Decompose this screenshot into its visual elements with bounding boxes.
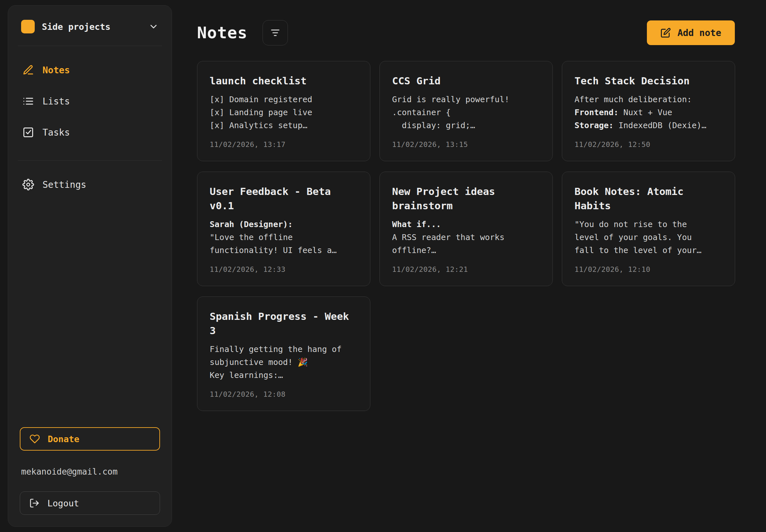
- add-note-label: Add note: [677, 28, 721, 38]
- sidebar-settings-section: Settings: [20, 161, 160, 200]
- note-date: 11/02/2026, 13:15: [392, 132, 540, 149]
- note-title: launch checklist: [210, 74, 358, 88]
- main-header: Notes Add note: [197, 20, 735, 45]
- checkbox-icon: [22, 127, 34, 138]
- pencil-icon: [22, 64, 34, 76]
- sidebar: Side projects Notes Lists Tasks: [8, 5, 172, 527]
- add-note-button[interactable]: Add note: [647, 20, 735, 45]
- note-body: Sarah (Designer):"Love the offlinefuncti…: [210, 218, 358, 257]
- donate-label: Donate: [48, 434, 79, 444]
- note-card[interactable]: launch checklist [x] Domain registered[x…: [197, 61, 370, 161]
- sidebar-item-label: Lists: [43, 96, 70, 107]
- note-body: After much deliberation:Frontend: Nuxt +…: [575, 93, 723, 132]
- logout-icon: [29, 498, 40, 508]
- note-card[interactable]: New Project ideas brainstorm What if...A…: [379, 172, 553, 286]
- sidebar-item-label: Settings: [43, 179, 86, 190]
- sidebar-item-notes[interactable]: Notes: [20, 54, 160, 86]
- note-card[interactable]: Book Notes: Atomic Habits "You do not ri…: [562, 172, 735, 286]
- note-title: Spanish Progress - Week 3: [210, 309, 358, 338]
- note-date: 11/02/2026, 12:08: [210, 382, 358, 398]
- note-card[interactable]: User Feedback - Beta v0.1 Sarah (Designe…: [197, 172, 370, 286]
- note-title: CCS Grid: [392, 74, 540, 88]
- note-date: 11/02/2026, 12:21: [392, 257, 540, 273]
- workspace-color-swatch: [21, 20, 35, 33]
- sidebar-item-settings[interactable]: Settings: [20, 169, 160, 200]
- note-card[interactable]: Tech Stack Decision After much deliberat…: [562, 61, 735, 161]
- note-title: User Feedback - Beta v0.1: [210, 184, 358, 213]
- note-card[interactable]: CCS Grid Grid is really powerful!.contai…: [379, 61, 553, 161]
- note-title: Tech Stack Decision: [575, 74, 723, 88]
- sidebar-nav: Notes Lists Tasks: [20, 46, 160, 149]
- list-icon: [22, 95, 34, 107]
- note-title: New Project ideas brainstorm: [392, 184, 540, 213]
- page-title: Notes: [197, 23, 248, 42]
- note-body: Grid is really powerful!.container { dis…: [392, 93, 540, 132]
- sidebar-item-label: Notes: [43, 65, 70, 76]
- notes-grid: launch checklist [x] Domain registered[x…: [197, 61, 735, 411]
- gear-icon: [22, 179, 34, 190]
- heart-icon: [30, 434, 40, 444]
- sidebar-item-lists[interactable]: Lists: [20, 86, 160, 117]
- workspace-name: Side projects: [42, 22, 110, 32]
- note-date: 11/02/2026, 12:10: [575, 257, 723, 273]
- note-date: 11/02/2026, 13:17: [210, 132, 358, 149]
- filter-button[interactable]: [262, 20, 288, 45]
- note-date: 11/02/2026, 12:50: [575, 132, 723, 149]
- donate-button[interactable]: Donate: [20, 427, 160, 451]
- sidebar-item-tasks[interactable]: Tasks: [20, 117, 160, 148]
- note-card[interactable]: Spanish Progress - Week 3 Finally gettin…: [197, 296, 370, 411]
- note-body: "You do not rise to thelevel of your goa…: [575, 218, 723, 257]
- note-body: Finally getting the hang ofsubjunctive m…: [210, 343, 358, 382]
- edit-icon: [661, 28, 671, 38]
- main-content: Notes Add note launch checklist [x] Doma…: [197, 0, 735, 411]
- user-email: mekanoide@gmail.com: [20, 467, 160, 477]
- filter-icon: [270, 27, 281, 38]
- workspace-switcher[interactable]: Side projects: [20, 18, 160, 35]
- logout-button[interactable]: Logout: [20, 491, 160, 515]
- sidebar-item-label: Tasks: [43, 127, 70, 138]
- chevron-down-icon: [148, 21, 159, 32]
- logout-label: Logout: [47, 498, 79, 508]
- note-title: Book Notes: Atomic Habits: [575, 184, 723, 213]
- note-body: What if...A RSS reader that worksoffline…: [392, 218, 540, 257]
- note-body: [x] Domain registered[x] Landing page li…: [210, 93, 358, 132]
- note-date: 11/02/2026, 12:33: [210, 257, 358, 273]
- sidebar-spacer: [20, 200, 160, 427]
